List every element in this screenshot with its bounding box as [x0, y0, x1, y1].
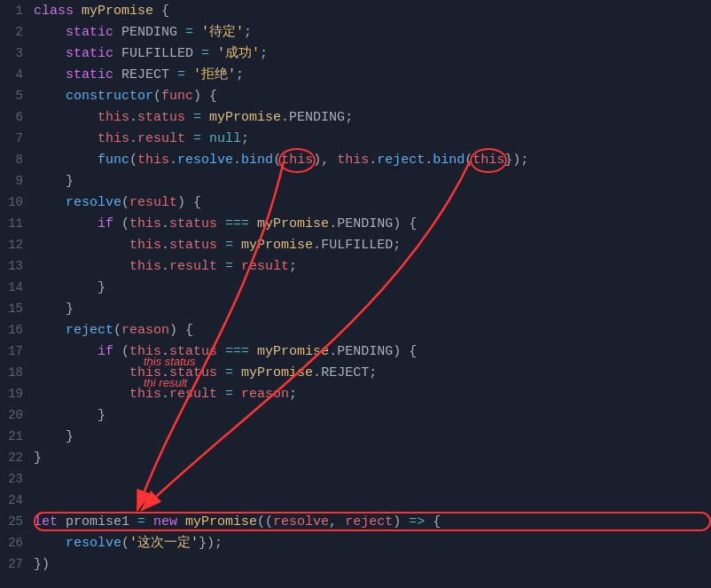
token-punct: } — [98, 280, 105, 295]
token-punct: }) — [34, 557, 50, 572]
line-content: static FULFILLED = '成功'; — [34, 43, 268, 65]
token-punct: ( — [121, 536, 129, 551]
token-this-kw: this — [129, 216, 161, 231]
token-eq: = — [225, 259, 241, 274]
token-fn: bind — [241, 153, 273, 168]
token-var: REJECT — [121, 67, 177, 82]
code-line: 21 } — [0, 426, 711, 447]
token-fn: func — [98, 153, 129, 168]
code-line: 26 resolve('这次一定'}); — [0, 532, 711, 553]
code-line: 22} — [0, 447, 711, 468]
token-fn: resolve — [66, 536, 121, 551]
line-number: 3 — [0, 43, 34, 64]
token-var: PENDING — [337, 344, 393, 359]
line-content: static REJECT = '拒绝'; — [34, 65, 244, 86]
token-this-kw: this — [137, 153, 169, 168]
line-content: resolve(result) { — [34, 192, 201, 214]
code-line: 2 static PENDING = '待定'; — [0, 21, 711, 43]
line-content: func(this.resolve.bind(this), this.rejec… — [34, 150, 528, 171]
line-content: } — [34, 405, 105, 427]
token-str: '拒绝' — [193, 67, 236, 82]
token-punct: . — [369, 153, 377, 168]
token-punct: ( — [113, 323, 121, 338]
code-line: 4 static REJECT = '拒绝'; — [0, 64, 711, 85]
code-line: 27}) — [0, 553, 711, 575]
line-content: this.result = null; — [34, 129, 249, 150]
token-punct: ; — [369, 365, 377, 380]
token-punct: . — [129, 110, 137, 125]
token-op: === — [225, 216, 257, 231]
oval-this-2: this — [473, 150, 504, 171]
code-line: 7 this.result = null; — [0, 128, 711, 149]
line-content: constructor(func) { — [34, 86, 217, 107]
token-punct: . — [313, 238, 321, 253]
token-punct: ), — [313, 153, 337, 168]
token-this-kw: this — [337, 153, 369, 168]
token-punct: ; — [244, 25, 252, 40]
line-number: 6 — [0, 106, 34, 128]
code-line: 24 — [0, 490, 711, 511]
token-punct: ( — [273, 153, 281, 168]
line-content: } — [34, 448, 42, 469]
token-var: FULFILLED — [321, 238, 393, 253]
token-punct: . — [233, 153, 241, 168]
line-number: 14 — [0, 277, 34, 298]
token-param: resolve — [273, 514, 329, 529]
token-punct: . — [161, 216, 169, 231]
line-number: 9 — [0, 170, 34, 192]
token-punct: ) { — [177, 195, 201, 210]
token-eq: = — [193, 131, 209, 146]
line-number: 11 — [0, 213, 34, 234]
annotation-this-result: thi result — [144, 376, 187, 389]
token-punct: ( — [121, 344, 129, 359]
token-param: result — [129, 195, 177, 210]
code-line: 13 this.result = result; — [0, 255, 711, 277]
token-punct: } — [66, 174, 74, 189]
line-number: 13 — [0, 255, 34, 277]
line-content: this.status = myPromise.REJECT; — [34, 363, 377, 384]
line-number: 23 — [0, 468, 34, 490]
token-punct: . — [329, 344, 337, 359]
token-punct: { — [161, 4, 169, 19]
token-punct: . — [281, 110, 289, 125]
token-param: func — [161, 89, 193, 104]
token-eq: = — [177, 67, 193, 82]
token-fn: reject — [66, 323, 113, 338]
code-line: 6 this.status = myPromise.PENDING; — [0, 106, 711, 128]
token-punct: } — [66, 429, 74, 444]
token-punct: ( — [121, 195, 129, 210]
line-content: this.status = myPromise.PENDING; — [34, 107, 353, 129]
token-var: REJECT — [321, 365, 369, 380]
token-punct: ) — [393, 514, 409, 529]
token-eq: = — [193, 110, 209, 125]
line-content: static PENDING = '待定'; — [34, 22, 252, 43]
line-content: } — [34, 171, 74, 192]
code-line: 20 } — [0, 404, 711, 426]
line-number: 17 — [0, 341, 34, 362]
line-number: 25 — [0, 511, 34, 532]
token-null-kw: null — [209, 131, 241, 146]
token-fn: resolve — [177, 153, 233, 168]
code-line: 25let promise1 = new myPromise((resolve,… — [0, 511, 711, 532]
token-property: result — [137, 131, 193, 146]
token-punct: . — [313, 365, 321, 380]
token-kw: if — [98, 216, 121, 231]
token-eq: = — [201, 46, 217, 61]
token-param: result — [241, 259, 289, 274]
code-line: 3 static FULFILLED = '成功'; — [0, 43, 711, 64]
token-punct: } — [66, 302, 74, 317]
token-class-name: myPromise — [257, 344, 329, 359]
token-fn: constructor — [66, 89, 153, 104]
token-kw: let — [34, 514, 66, 529]
token-punct: . — [161, 259, 169, 274]
token-str: '成功' — [217, 46, 260, 61]
line-number: 10 — [0, 192, 34, 213]
token-fn: bind — [433, 153, 465, 168]
token-punct: } — [34, 451, 42, 466]
code-line: 5 constructor(func) { — [0, 85, 711, 106]
token-property: status — [169, 238, 225, 253]
token-punct: ) { — [393, 344, 417, 359]
code-line: 9 } — [0, 170, 711, 192]
token-punct: ( — [465, 153, 473, 168]
line-number: 18 — [0, 362, 34, 383]
